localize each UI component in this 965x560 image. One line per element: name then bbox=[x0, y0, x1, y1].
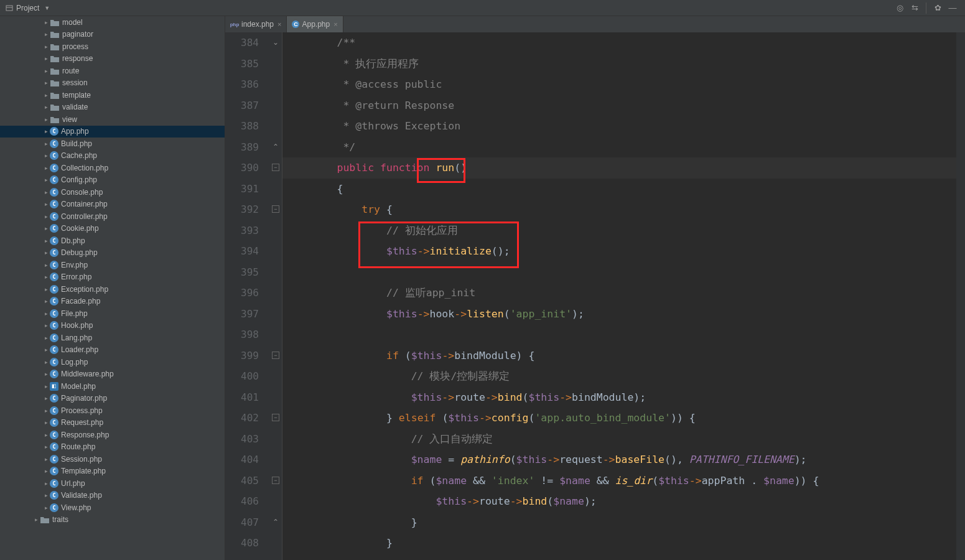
collapse-icon[interactable]: ⇆ bbox=[908, 2, 921, 14]
code-line[interactable]: $this->route->bind($this->bindModule); bbox=[282, 387, 956, 408]
chevron-right-icon[interactable]: ▸ bbox=[42, 419, 50, 426]
chevron-right-icon[interactable]: ▸ bbox=[42, 128, 50, 134]
code-line[interactable]: $this->hook->listen('app_init'); bbox=[282, 304, 956, 325]
code-line[interactable]: * @throws Exception bbox=[282, 116, 956, 137]
tree-item[interactable]: ▸CApp.php bbox=[0, 126, 225, 138]
chevron-right-icon[interactable]: ▸ bbox=[42, 298, 50, 304]
tree-item[interactable]: ▸CFacade.php bbox=[0, 296, 225, 308]
chevron-right-icon[interactable]: ▸ bbox=[42, 201, 50, 207]
tree-item[interactable]: ▸template bbox=[0, 89, 225, 101]
fold-marker-icon[interactable]: ⌃ bbox=[272, 518, 279, 526]
tree-item[interactable]: ▸CCookie.php bbox=[0, 223, 225, 235]
code-line[interactable] bbox=[282, 324, 956, 345]
close-icon[interactable]: × bbox=[277, 21, 281, 28]
chevron-right-icon[interactable]: ▸ bbox=[42, 19, 50, 26]
tree-item[interactable]: ▸response bbox=[0, 53, 225, 65]
chevron-right-icon[interactable]: ▸ bbox=[42, 225, 50, 231]
chevron-right-icon[interactable]: ▸ bbox=[42, 456, 50, 462]
chevron-right-icon[interactable]: ▸ bbox=[42, 44, 50, 50]
chevron-right-icon[interactable]: ▸ bbox=[42, 274, 50, 280]
tree-item[interactable]: ▸CTemplate.php bbox=[0, 465, 225, 478]
gear-icon[interactable]: ✿ bbox=[931, 2, 944, 14]
chevron-right-icon[interactable]: ▸ bbox=[42, 165, 50, 171]
tree-item[interactable]: ▸CRequest.php bbox=[0, 417, 225, 429]
tree-item[interactable]: ▸CCollection.php bbox=[0, 162, 225, 174]
code-line[interactable]: * 执行应用程序 bbox=[282, 54, 956, 75]
code-line[interactable]: try { bbox=[282, 199, 956, 220]
tree-item[interactable]: ▸CCache.php bbox=[0, 150, 225, 162]
code-line[interactable]: $name = pathinfo($this->request->baseFil… bbox=[282, 449, 956, 470]
chevron-right-icon[interactable]: ▸ bbox=[42, 335, 50, 341]
chevron-right-icon[interactable]: ▸ bbox=[42, 347, 50, 353]
code-line[interactable]: { bbox=[282, 179, 956, 200]
chevron-right-icon[interactable]: ▸ bbox=[42, 310, 50, 317]
code-line[interactable] bbox=[282, 262, 956, 283]
chevron-right-icon[interactable]: ▸ bbox=[42, 177, 50, 183]
chevron-right-icon[interactable]: ▸ bbox=[42, 480, 50, 487]
tree-item[interactable]: ▸route bbox=[0, 65, 225, 77]
tree-item[interactable]: ▸CView.php bbox=[0, 502, 225, 514]
code-area[interactable]: /** * 执行应用程序 * @access public * @return … bbox=[282, 32, 956, 560]
project-tree[interactable]: ▸model▸paginator▸process▸response▸route▸… bbox=[0, 16, 225, 560]
editor-tab[interactable]: CApp.php× bbox=[287, 16, 343, 32]
tree-item[interactable]: ▸CContainer.php bbox=[0, 198, 225, 211]
chevron-right-icon[interactable]: ▸ bbox=[42, 68, 50, 74]
tree-item[interactable]: ▸CResponse.php bbox=[0, 429, 225, 441]
tree-item[interactable]: ▸paginator bbox=[0, 29, 225, 41]
tree-item[interactable]: ▸CMiddleware.php bbox=[0, 368, 225, 381]
code-line[interactable]: * @access public bbox=[282, 74, 956, 95]
fold-marker-icon[interactable]: − bbox=[272, 205, 279, 213]
tree-item[interactable]: ▸CException.php bbox=[0, 283, 225, 296]
fold-marker-icon[interactable]: ⌄ bbox=[272, 39, 279, 46]
code-line[interactable]: } bbox=[282, 512, 956, 533]
code-line[interactable]: } bbox=[282, 533, 956, 554]
fold-marker-icon[interactable]: − bbox=[272, 414, 279, 421]
chevron-right-icon[interactable]: ▸ bbox=[42, 395, 50, 401]
code-line[interactable]: /** bbox=[282, 32, 956, 54]
editor-tab[interactable]: phpindex.php× bbox=[225, 16, 287, 32]
chevron-right-icon[interactable]: ▸ bbox=[42, 432, 50, 438]
project-dropdown[interactable]: Project ▼ bbox=[5, 4, 50, 12]
code-line[interactable]: if ($name && 'index' != $name && is_dir(… bbox=[282, 470, 956, 492]
chevron-right-icon[interactable]: ▸ bbox=[42, 189, 50, 195]
chevron-right-icon[interactable]: ▸ bbox=[42, 80, 50, 86]
tree-item[interactable]: ▸◧Model.php bbox=[0, 380, 225, 393]
tree-item[interactable]: ▸CDebug.php bbox=[0, 247, 225, 259]
tree-item[interactable]: ▸process bbox=[0, 40, 225, 53]
tree-item[interactable]: ▸CError.php bbox=[0, 271, 225, 284]
minimize-icon[interactable]: — bbox=[946, 2, 959, 14]
chevron-right-icon[interactable]: ▸ bbox=[42, 31, 50, 37]
tree-item[interactable]: ▸view bbox=[0, 113, 225, 126]
code-line[interactable]: } elseif ($this->config('app.auto_bind_m… bbox=[282, 408, 956, 429]
chevron-right-icon[interactable]: ▸ bbox=[42, 238, 50, 244]
tree-item[interactable]: ▸traits bbox=[0, 514, 225, 526]
tree-item[interactable]: ▸CValidate.php bbox=[0, 490, 225, 502]
code-line[interactable]: * @return Response bbox=[282, 95, 956, 116]
chevron-right-icon[interactable]: ▸ bbox=[42, 116, 50, 123]
tree-item[interactable]: ▸CLog.php bbox=[0, 356, 225, 368]
tree-item[interactable]: ▸CDb.php bbox=[0, 235, 225, 247]
chevron-right-icon[interactable]: ▸ bbox=[42, 213, 50, 220]
code-line[interactable]: */ bbox=[282, 137, 956, 158]
chevron-right-icon[interactable]: ▸ bbox=[42, 262, 50, 268]
tree-item[interactable]: ▸validate bbox=[0, 101, 225, 114]
chevron-right-icon[interactable]: ▸ bbox=[42, 55, 50, 62]
chevron-right-icon[interactable]: ▸ bbox=[42, 286, 50, 292]
tree-item[interactable]: ▸CBuild.php bbox=[0, 138, 225, 150]
tree-item[interactable]: ▸session bbox=[0, 77, 225, 90]
code-line[interactable]: // 入口自动绑定 bbox=[282, 429, 956, 450]
code-line[interactable]: $this->route->bind($name); bbox=[282, 491, 956, 512]
locate-icon[interactable]: ◎ bbox=[893, 2, 906, 14]
tree-item[interactable]: ▸CPaginator.php bbox=[0, 393, 225, 405]
chevron-right-icon[interactable]: ▸ bbox=[42, 505, 50, 511]
chevron-right-icon[interactable]: ▸ bbox=[42, 468, 50, 474]
code-line[interactable]: // 监听app_init bbox=[282, 282, 956, 304]
chevron-right-icon[interactable]: ▸ bbox=[42, 371, 50, 377]
tree-item[interactable]: ▸CController.php bbox=[0, 210, 225, 223]
tree-item[interactable]: ▸model bbox=[0, 16, 225, 29]
close-icon[interactable]: × bbox=[333, 21, 337, 28]
fold-marker-icon[interactable]: − bbox=[272, 477, 279, 484]
tree-item[interactable]: ▸CFile.php bbox=[0, 307, 225, 320]
tree-item[interactable]: ▸CSession.php bbox=[0, 453, 225, 465]
chevron-right-icon[interactable]: ▸ bbox=[42, 322, 50, 329]
